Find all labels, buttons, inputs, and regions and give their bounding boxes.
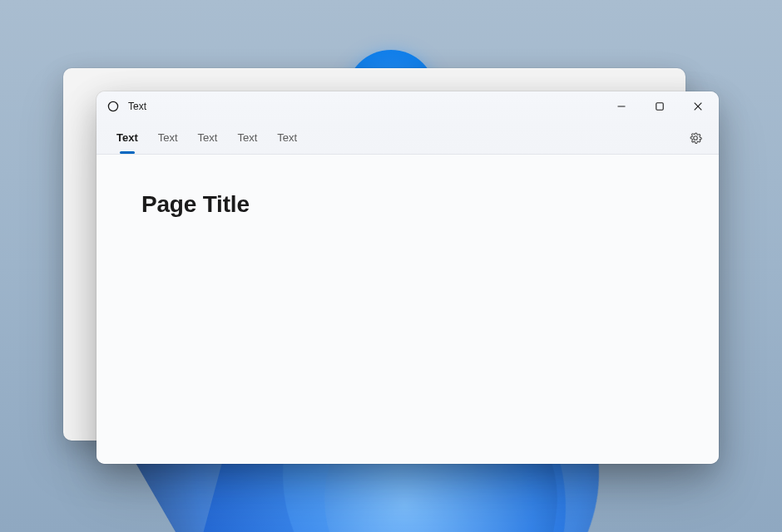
gear-icon [689,131,702,145]
settings-button[interactable] [682,125,709,151]
maximize-button[interactable] [641,94,679,119]
content-area: Page Title [97,155,719,464]
app-window: Text Text Text [97,91,719,464]
tabs: Text Text Text Text Text [106,121,307,154]
tab-label: Text [116,131,138,144]
tab-active-indicator [120,151,135,154]
close-button[interactable] [679,94,717,119]
page-title: Page Title [141,191,674,218]
tab-0[interactable]: Text [106,121,148,154]
tab-bar: Text Text Text Text Text [97,121,719,155]
tab-label: Text [277,131,297,144]
svg-rect-2 [656,103,663,110]
tab-label: Text [198,131,218,144]
tab-4[interactable]: Text [267,121,307,154]
tab-label: Text [158,131,178,144]
minimize-button[interactable] [602,94,641,119]
tab-3[interactable]: Text [227,121,267,154]
titlebar[interactable]: Text [97,91,719,121]
tab-label: Text [237,131,257,144]
tab-2[interactable]: Text [188,121,228,154]
svg-point-0 [108,101,117,111]
tab-1[interactable]: Text [148,121,188,154]
window-title: Text [128,101,146,112]
app-icon [106,100,120,113]
